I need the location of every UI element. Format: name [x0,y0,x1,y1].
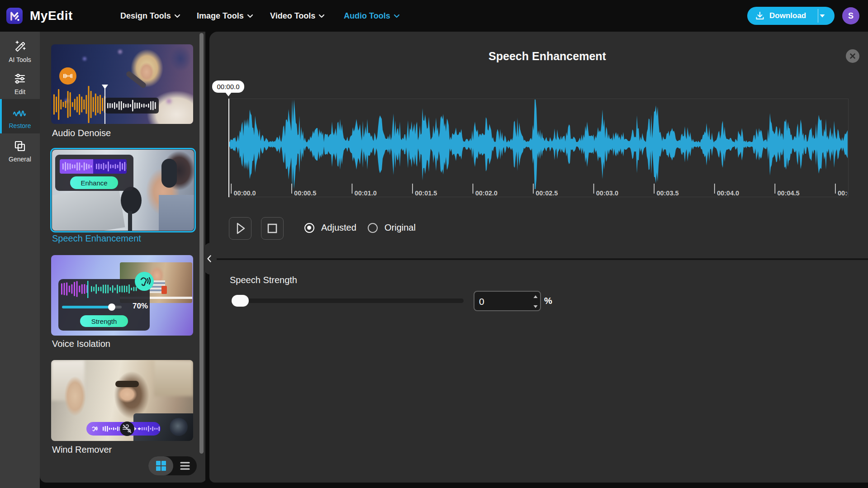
svg-text:00:04.5: 00:04.5 [778,190,800,197]
svg-text:00:04.0: 00:04.0 [717,190,739,197]
svg-text:00:03.0: 00:03.0 [596,190,618,197]
svg-text:00:02.0: 00:02.0 [475,190,498,197]
svg-text:00:01.5: 00:01.5 [415,190,437,197]
svg-text:00:01.0: 00:01.0 [355,190,377,197]
svg-text:00:00.0: 00:00.0 [234,190,256,197]
svg-text:00:03.5: 00:03.5 [656,190,678,197]
svg-text:00:00.5: 00:00.5 [294,190,316,197]
svg-text:00:05.0: 00:05.0 [838,190,848,197]
svg-text:00:02.5: 00:02.5 [536,190,558,197]
